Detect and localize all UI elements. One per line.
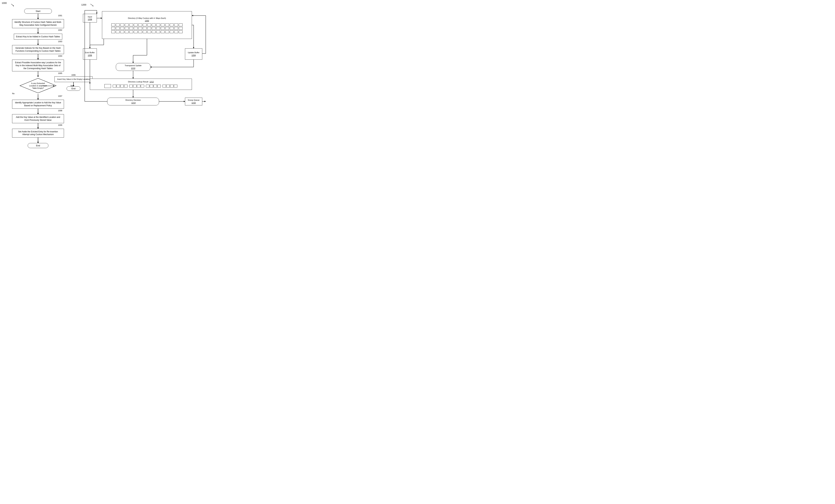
arrow-1008: 1008: [2, 109, 74, 113]
grid-cell: [138, 23, 142, 26]
lookup-cell: [163, 85, 166, 87]
node-1007: Identify Appropriate Location to Add the…: [12, 100, 64, 109]
arrow-no-1007: 1007: [2, 94, 74, 99]
grid-cell: [129, 27, 133, 30]
grid-cell: [156, 30, 160, 33]
grid-cell: [111, 23, 115, 26]
lookup-cell: [150, 85, 153, 87]
lookup-cell: [120, 85, 124, 87]
grid-cell: [152, 27, 156, 30]
svg-marker-19: [193, 47, 194, 48]
directory-box-1202: Directory (2-Way Cuckoo with 4- Ways Eac…: [102, 11, 192, 39]
grid-cell: [120, 27, 124, 30]
directory-label: Directory (2-Way Cuckoo with 4- Ways Eac…: [128, 17, 166, 22]
arrowhead: [37, 113, 39, 114]
node-1002: Extract Key to be Added in Cuckoo Hash T…: [14, 34, 62, 40]
arrowhead: [37, 44, 39, 45]
grid-cell: [134, 23, 138, 26]
label-arrow-1200: [84, 3, 94, 8]
arrow-1002: 1002: [2, 28, 74, 33]
svg-marker-40: [192, 15, 193, 16]
grid-cell: [161, 30, 165, 33]
grid-cell: [170, 23, 174, 26]
lookup-group-4: [163, 85, 177, 87]
arrowhead: [37, 142, 39, 143]
grid-cell: [179, 27, 183, 30]
grid-cell: [179, 30, 183, 33]
svg-marker-32: [133, 97, 134, 98]
svg-line-8: [90, 4, 93, 6]
grid-cell: [170, 27, 174, 30]
grid-cell: [111, 30, 115, 33]
label-arrow-1000: [5, 3, 14, 8]
grid-cell: [138, 30, 142, 33]
grid-cell: [143, 27, 147, 30]
grid-cell: [170, 30, 174, 33]
diagram-1200: 1200 Input 1208 Directory (2-Way Cuckoo …: [81, 2, 206, 128]
grid-cell: [125, 30, 129, 33]
lookup-cell: [157, 85, 161, 87]
svg-marker-30: [133, 78, 134, 79]
arrow-1009: 1009: [2, 123, 74, 127]
arrowhead: [37, 127, 39, 129]
arrowhead: [73, 85, 74, 86]
step-label-1003: 1003: [58, 40, 62, 42]
directory-grid-row1: [111, 23, 183, 26]
grid-cell: [120, 30, 124, 33]
grid-cell: [165, 23, 169, 26]
grid-cell: [134, 27, 138, 30]
node-1003: Generate Indexes for the Key Based on th…: [12, 45, 64, 54]
input-box-1208: Input 1208: [83, 14, 97, 22]
lookup-cell: [129, 85, 133, 87]
lookup-group-3: [146, 85, 161, 87]
step-label-1008: 1008: [58, 109, 62, 112]
lookup-cells-row: [104, 84, 177, 88]
lookup-group-1: [113, 85, 127, 87]
grid-cell: [161, 27, 165, 30]
svg-line-0: [11, 4, 14, 6]
arrow-to-end-top: [73, 82, 74, 85]
lookup-cell: [137, 85, 140, 87]
grid-cell: [134, 30, 138, 33]
grid-cell: [165, 27, 169, 30]
directory-grid-row3: [111, 30, 183, 33]
directory-lookup-box-1212: Directory Lookup Result 1212: [90, 79, 192, 90]
lookup-label: Directory Lookup Result 1212: [128, 81, 154, 83]
arrow-1001: 1001: [2, 14, 74, 18]
arrow-1004: 1004: [2, 54, 74, 58]
grid-cell: [129, 30, 133, 33]
svg-marker-23: [133, 62, 134, 63]
grid-cell: [143, 23, 147, 26]
grid-cell: [116, 23, 120, 26]
svg-marker-11: [101, 18, 102, 19]
step-label-1002: 1002: [58, 29, 62, 31]
node-1004: Extract Possible Associative way Locatio…: [12, 60, 64, 71]
grid-cell: [125, 23, 129, 26]
lookup-cell: [141, 85, 144, 87]
snoop-queue-box-1216: Snoop Queue 1216: [185, 98, 202, 105]
svg-text:Table Empty?: Table Empty?: [32, 87, 44, 89]
grid-cell: [174, 30, 178, 33]
arrow-end: [38, 138, 38, 142]
grid-cell: [156, 23, 160, 26]
grid-cell: [147, 30, 151, 33]
grid-cell: [138, 27, 142, 30]
grid-cell: [161, 23, 165, 26]
svg-marker-13: [89, 47, 90, 48]
node-1009: Set Aside the Evicted Entry for Re-inser…: [12, 129, 64, 138]
grid-cell: [152, 30, 156, 33]
lookup-cell: [170, 85, 174, 87]
flowchart-1000: 1000 Start 1001 Identify Structure of Cu…: [2, 2, 74, 148]
evict-buffer-box-1206: Evict Buffer 1206: [83, 48, 97, 60]
update-buffer-box-1204: Update Buffer 1204: [185, 48, 202, 60]
grid-cell: [165, 30, 169, 33]
lookup-cell: [133, 85, 137, 87]
grid-cell: [111, 27, 115, 30]
lookup-group-2: [129, 85, 144, 87]
grid-cell: [174, 23, 178, 26]
grid-cell: [179, 23, 183, 26]
svg-marker-34: [184, 101, 185, 102]
lookup-cell: [117, 85, 120, 87]
grid-cell: [120, 23, 124, 26]
diamond-1005-svg: Is any Extracted Location in any Hash Ta…: [19, 78, 57, 94]
